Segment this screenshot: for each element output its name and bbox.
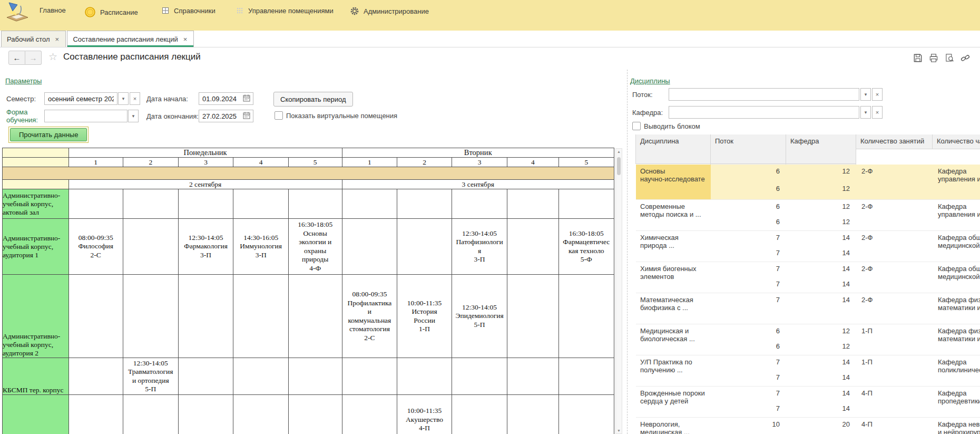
schedule-cell[interactable] (452, 358, 507, 395)
room-header[interactable]: Административно-учебный корпус, актовый … (3, 189, 69, 219)
schedule-cell[interactable] (288, 189, 342, 219)
schedule-cell[interactable] (507, 219, 558, 275)
schedule-cell[interactable] (178, 189, 233, 219)
schedule-cell[interactable] (123, 395, 178, 434)
date-end-field[interactable] (199, 110, 253, 122)
block-output-checkbox[interactable] (632, 122, 641, 130)
disciplines-section-link[interactable]: Дисциплины (630, 77, 670, 85)
save-icon[interactable] (913, 53, 923, 63)
discipline-row[interactable]: Математическаябиофизика с ...7142-ФКафед… (636, 293, 980, 324)
schedule-cell[interactable]: 10:00-11:35ИсторияРоссии1-П (397, 275, 452, 358)
schedule-cell[interactable]: 08:00-09:35Философия2-С (68, 219, 123, 275)
schedule-cell[interactable]: 16:30-18:05Основыэкологии иохраныприроды… (288, 219, 342, 275)
menu-item-schedule[interactable]: Расписание (84, 6, 138, 18)
col-discipline[interactable]: Дисциплина (635, 134, 711, 164)
schedule-cell[interactable] (68, 189, 123, 219)
app-logo-icon[interactable] (4, 2, 31, 24)
schedule-cell[interactable] (558, 358, 614, 395)
room-header[interactable]: Административно-учебный корпус, аудитори… (3, 219, 69, 275)
discipline-row[interactable]: Медицинская ибиологическая ...6612121-ПК… (636, 324, 980, 355)
semester-dropdown-button[interactable]: ▾ (118, 92, 129, 105)
potok-clear-button[interactable]: × (872, 88, 883, 101)
schedule-cell[interactable] (342, 395, 397, 434)
date-end-input[interactable] (199, 110, 241, 122)
schedule-cell[interactable]: 10:00-11:35Акушерство4-П (397, 395, 452, 434)
schedule-cell[interactable] (178, 395, 233, 434)
copy-period-button[interactable]: Скопировать период (273, 92, 353, 107)
schedule-cell[interactable] (288, 395, 342, 434)
schedule-cell[interactable]: 14:30-16:05Иммунология3-П (233, 219, 288, 275)
schedule-cell[interactable] (288, 358, 342, 395)
potok-field[interactable] (669, 88, 859, 101)
menu-item-catalogs[interactable]: Справочники (161, 6, 215, 15)
schedule-cell[interactable] (178, 275, 233, 358)
room-header[interactable]: КБСМП хир. корпус (3, 395, 69, 434)
print-icon[interactable] (928, 53, 939, 63)
schedule-cell[interactable]: 16:30-18:05Фармацевтическая техноло5-Ф (558, 219, 614, 275)
schedule-cell[interactable] (397, 358, 452, 395)
schedule-cell[interactable] (558, 189, 614, 219)
potok-dropdown-button[interactable]: ▾ (860, 88, 871, 101)
tab-lecture-scheduling[interactable]: Составление расписания лекций× (67, 31, 194, 47)
schedule-cell[interactable] (507, 275, 558, 358)
kafedra-clear-button[interactable]: × (872, 106, 883, 119)
semester-field[interactable] (44, 92, 117, 105)
scroll-down-icon[interactable]: ▼ (616, 429, 622, 432)
potok-input[interactable] (669, 89, 859, 100)
schedule-cell[interactable] (452, 395, 507, 434)
discipline-row[interactable]: Химия биогенныхэлементов7714142-ФКафедра… (636, 262, 980, 293)
schedule-cell[interactable]: 12:30-14:05Эпидемиология5-П (452, 275, 507, 358)
semester-input[interactable] (45, 93, 117, 104)
tab-close-icon[interactable]: × (182, 35, 189, 43)
schedule-cell[interactable] (397, 189, 452, 219)
schedule-cell[interactable] (397, 219, 452, 275)
schedule-cell[interactable] (68, 395, 123, 434)
link-icon[interactable] (960, 53, 971, 63)
menu-item-main[interactable]: Главное (40, 6, 66, 14)
kafedra-input[interactable] (669, 107, 859, 118)
schedule-cell[interactable] (507, 189, 558, 219)
schedule-cell[interactable] (233, 395, 288, 434)
schedule-cell[interactable] (123, 189, 178, 219)
kafedra-dropdown-button[interactable]: ▾ (860, 106, 871, 119)
col-kafedra[interactable]: Кафедра (786, 134, 856, 164)
schedule-vertical-scrollbar[interactable]: ▲ ▼ (615, 148, 622, 434)
schedule-cell[interactable] (233, 275, 288, 358)
schedule-cell[interactable]: 12:30-14:05Травматологияи ортопедия5-П (123, 358, 178, 395)
calendar-icon[interactable] (242, 94, 252, 103)
schedule-cell[interactable] (507, 395, 558, 434)
schedule-cell[interactable] (507, 358, 558, 395)
education-form-input[interactable] (45, 110, 127, 122)
schedule-cell[interactable] (558, 275, 614, 358)
back-button[interactable]: ← (8, 51, 25, 65)
forward-button[interactable]: → (25, 51, 42, 65)
schedule-cell[interactable] (68, 358, 123, 395)
schedule-cell[interactable] (233, 189, 288, 219)
preview-icon[interactable] (944, 53, 955, 63)
date-start-input[interactable] (199, 93, 241, 104)
schedule-cell[interactable] (68, 275, 123, 358)
scroll-thumb[interactable] (617, 157, 621, 175)
discipline-row[interactable]: Врожденные порокисердца у детей7714144-П… (636, 387, 980, 418)
panel-splitter[interactable] (627, 70, 628, 434)
discipline-row[interactable]: У/П Практика пополучению ...7714141-ПКаф… (636, 355, 980, 387)
schedule-cell[interactable] (123, 219, 178, 275)
schedule-cell[interactable] (288, 275, 342, 358)
semester-clear-button[interactable]: × (130, 92, 140, 105)
read-data-button[interactable]: Прочитать данные (8, 127, 89, 143)
scroll-up-icon[interactable]: ▲ (616, 150, 622, 153)
tab-desktop[interactable]: Рабочий стол× (1, 31, 66, 47)
schedule-cell[interactable] (452, 189, 507, 219)
col-qty-hours[interactable]: Количество часов (932, 134, 980, 149)
col-potok[interactable]: Поток (710, 134, 786, 164)
kafedra-field[interactable] (669, 106, 859, 119)
parameters-section-link[interactable]: Параметры (5, 77, 42, 85)
room-header[interactable]: КБСМП тер. корпус (3, 358, 69, 395)
col-qty-lessons[interactable]: Количество занятий (856, 134, 933, 149)
favorite-star-icon[interactable]: ☆ (48, 51, 57, 63)
schedule-cell[interactable] (178, 358, 233, 395)
schedule-cell[interactable] (123, 275, 178, 358)
discipline-row[interactable]: Химическаяприрода ...7714142-ФКафедра об… (636, 231, 980, 262)
discipline-row[interactable]: Современныеметоды поиска и ...6612122-ФК… (636, 200, 980, 231)
more-icon[interactable] (976, 53, 980, 63)
